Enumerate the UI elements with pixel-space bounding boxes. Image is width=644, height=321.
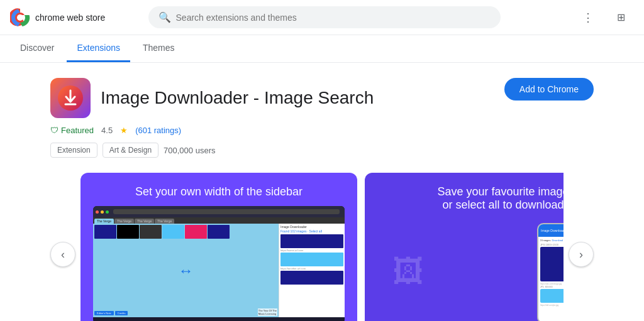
featured-badge: 🛡 Featured xyxy=(50,126,94,135)
carousel-next-button[interactable]: › xyxy=(569,242,594,267)
chrome-logo-icon xyxy=(10,8,30,28)
logo-text: chrome web store xyxy=(35,13,105,23)
carousel-prev-button[interactable]: ‹ xyxy=(50,242,75,267)
screenshot-2-title: Save your favourite image or select all … xyxy=(437,185,564,212)
tab-discover[interactable]: Discover xyxy=(10,35,64,62)
extension-header: Image Downloader - Image Search Add to C… xyxy=(50,78,594,118)
apps-icon: ⊞ xyxy=(617,11,625,23)
tab-themes[interactable]: Themes xyxy=(133,35,185,62)
extension-title-area: Image Downloader - Image Search xyxy=(50,78,374,118)
featured-check-icon: 🛡 xyxy=(50,126,58,135)
users-count: 700,000 users xyxy=(164,146,215,155)
extension-title: Image Downloader - Image Search xyxy=(101,88,374,108)
rating-count-link[interactable]: (601 ratings) xyxy=(135,126,181,135)
tag-art-design[interactable]: Art & Design xyxy=(103,143,158,158)
main-content: Image Downloader - Image Search Add to C… xyxy=(0,63,644,321)
nav-tabs: Discover Extensions Themes xyxy=(0,35,644,63)
featured-label: Featured xyxy=(61,126,94,135)
ghost-image-icon: 🖼 xyxy=(392,253,424,290)
tab-extensions[interactable]: Extensions xyxy=(67,35,130,62)
screenshot-1: Set your own width of the sidebar The Ve… xyxy=(80,173,357,321)
screenshots-container: Set your own width of the sidebar The Ve… xyxy=(80,173,564,321)
add-to-chrome-button[interactable]: Add to Chrome xyxy=(504,78,594,101)
screenshot-2: Save your favourite image or select all … xyxy=(365,173,564,321)
tag-extension[interactable]: Extension xyxy=(50,143,97,158)
more-options-button[interactable]: ⋮ xyxy=(576,5,601,30)
logo-area: chrome web store xyxy=(10,8,105,28)
extension-tags: Extension Art & Design 700,000 users xyxy=(50,143,594,158)
more-vert-icon: ⋮ xyxy=(582,11,594,24)
screenshots-carousel: ‹ Set your own width of the sidebar The … xyxy=(50,173,594,321)
svg-point-1 xyxy=(17,14,23,21)
screenshot-1-title: Set your own width of the sidebar xyxy=(135,185,303,199)
search-bar: 🔍 xyxy=(148,6,501,28)
extension-icon-svg xyxy=(58,85,83,111)
header: chrome web store 🔍 ⋮ ⊞ xyxy=(0,0,644,35)
search-input[interactable] xyxy=(176,13,491,23)
rating-value: 4.5 xyxy=(101,126,113,135)
header-actions: ⋮ ⊞ xyxy=(576,5,634,30)
apps-button[interactable]: ⊞ xyxy=(609,5,634,30)
rating-stars: ★ xyxy=(120,126,128,135)
extension-icon xyxy=(50,78,91,118)
search-icon: 🔍 xyxy=(158,11,171,23)
extension-meta: 🛡 Featured 4.5 ★ (601 ratings) xyxy=(50,126,594,135)
